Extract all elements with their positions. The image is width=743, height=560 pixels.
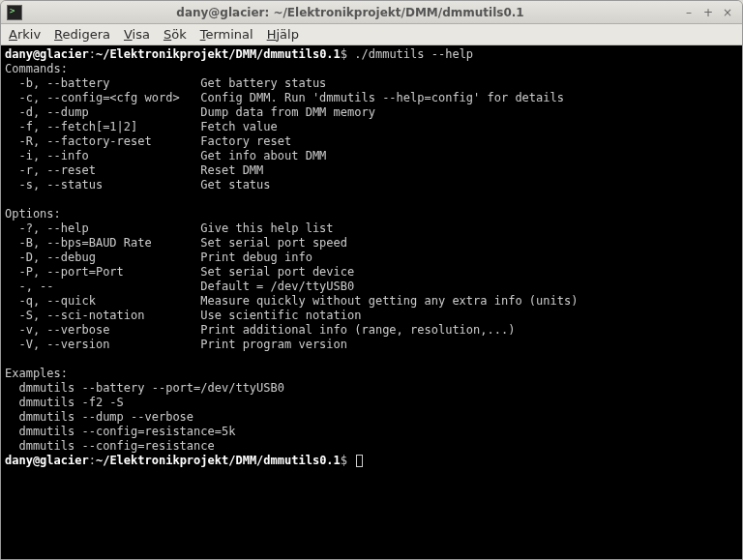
menu-terminal[interactable]: Terminal	[200, 27, 253, 42]
menubar: Arkiv Redigera Visa Sök Terminal Hjälp	[1, 24, 742, 45]
prompt-userhost: dany@glacier	[5, 47, 89, 61]
menu-sok[interactable]: Sök	[163, 27, 187, 42]
titlebar: dany@glacier: ~/Elektronikprojekt/DMM/dm…	[1, 1, 742, 24]
prompt-userhost-2: dany@glacier	[5, 454, 89, 467]
minimize-button[interactable]: –	[680, 5, 698, 20]
menu-redigera[interactable]: Redigera	[54, 27, 110, 42]
menu-arkiv[interactable]: Arkiv	[9, 27, 41, 42]
terminal-app-icon	[7, 5, 22, 20]
prompt-path-2: ~/Elektronikprojekt/DMM/dmmutils0.1	[96, 454, 341, 467]
maximize-button[interactable]: +	[699, 5, 717, 20]
terminal-cursor	[356, 455, 363, 467]
window-title: dany@glacier: ~/Elektronikprojekt/DMM/dm…	[22, 6, 678, 19]
menu-hjalp[interactable]: Hjälp	[267, 27, 299, 42]
terminal-output[interactable]: dany@glacier:~/Elektronikprojekt/DMM/dmm…	[1, 45, 742, 559]
menu-visa[interactable]: Visa	[124, 27, 150, 42]
prompt-path: ~/Elektronikprojekt/DMM/dmmutils0.1	[96, 47, 341, 61]
close-button[interactable]: ×	[719, 5, 736, 20]
